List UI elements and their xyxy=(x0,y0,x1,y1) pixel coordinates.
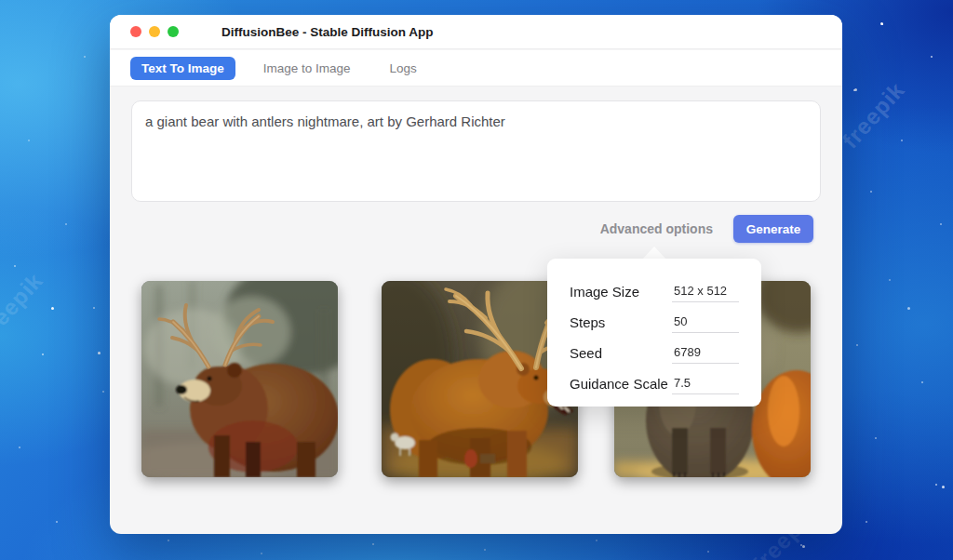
guidance-scale-input[interactable] xyxy=(672,374,739,394)
title-bar: DiffusionBee - Stable Diffusion App xyxy=(110,15,842,49)
prompt-input[interactable]: a giant bear with antlers nightmare, art… xyxy=(131,100,821,202)
watermark-text: freepik xyxy=(0,268,48,344)
tab-logs[interactable]: Logs xyxy=(379,57,428,80)
image-size-input[interactable] xyxy=(672,282,739,302)
tab-image-to-image[interactable]: Image to Image xyxy=(252,57,362,80)
option-row-image-size: Image Size xyxy=(570,276,739,307)
option-row-guidance-scale: Guidance Scale xyxy=(570,368,739,399)
advanced-options-popover-arrow xyxy=(642,247,666,260)
app-window: DiffusionBee - Stable Diffusion App Text… xyxy=(110,15,842,534)
window-title: DiffusionBee - Stable Diffusion App xyxy=(221,25,434,39)
guidance-scale-label: Guidance Scale xyxy=(570,376,668,392)
advanced-options-popover: Image Size Steps Seed Guidance Scale xyxy=(547,259,761,407)
tab-bar: Text To Image Image to Image Logs xyxy=(110,50,842,87)
steps-label: Steps xyxy=(570,314,605,330)
generated-image-1[interactable] xyxy=(141,281,338,477)
option-row-steps: Steps xyxy=(570,307,739,338)
star-speckles-bright xyxy=(0,0,3,3)
image-size-label: Image Size xyxy=(570,284,639,300)
actions-row: Advanced options Generate xyxy=(600,215,813,243)
tab-text-to-image[interactable]: Text To Image xyxy=(130,57,235,80)
generate-button[interactable]: Generate xyxy=(733,215,813,243)
seed-label: Seed xyxy=(570,345,602,361)
desktop-background: freepik freepik freepik DiffusionBee - S… xyxy=(0,0,953,560)
watermark-text: freepik xyxy=(838,77,910,153)
minimize-window-icon[interactable] xyxy=(149,26,160,37)
option-row-seed: Seed xyxy=(570,338,739,368)
steps-input[interactable] xyxy=(672,313,739,333)
advanced-options-toggle[interactable]: Advanced options xyxy=(600,221,713,236)
close-window-icon[interactable] xyxy=(130,26,141,37)
seed-input[interactable] xyxy=(672,343,739,364)
zoom-window-icon[interactable] xyxy=(168,26,179,37)
